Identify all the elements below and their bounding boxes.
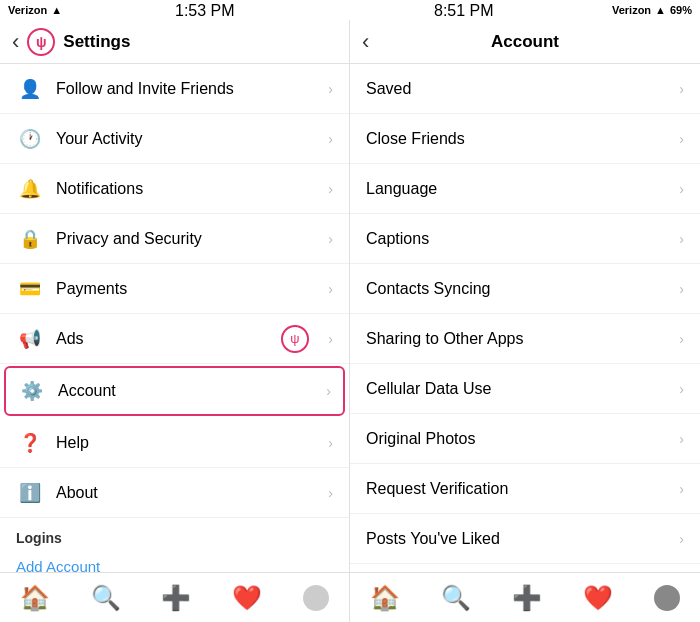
left-header: ‹ ψ Settings <box>0 20 349 64</box>
account-item-branded-content[interactable]: Branded Content Tools 3 › <box>350 564 700 572</box>
saved-label: Saved <box>366 80 679 98</box>
left-panel: ‹ ψ Settings 👤 Follow and Invite Friends… <box>0 20 350 622</box>
privacy-label: Privacy and Security <box>56 230 328 248</box>
notifications-label: Notifications <box>56 180 328 198</box>
account-icon: ⚙️ <box>18 380 46 402</box>
menu-item-activity[interactable]: 🕐 Your Activity › <box>0 114 349 164</box>
about-label: About <box>56 484 328 502</box>
account-item-posts-liked[interactable]: Posts You've Liked › <box>350 514 700 564</box>
follow-icon: 👤 <box>16 78 44 100</box>
help-label: Help <box>56 434 328 452</box>
account-item-cellular[interactable]: Cellular Data Use › <box>350 364 700 414</box>
add-nav-icon[interactable]: ➕ <box>161 584 191 612</box>
notifications-icon: 🔔 <box>16 178 44 200</box>
account-item-original-photos[interactable]: Original Photos › <box>350 414 700 464</box>
chevron-icon: › <box>328 435 333 451</box>
follow-label: Follow and Invite Friends <box>56 80 328 98</box>
chevron-icon: › <box>326 383 331 399</box>
chevron-icon: › <box>679 481 684 497</box>
activity-icon: 🕐 <box>16 128 44 150</box>
search-nav-icon[interactable]: 🔍 <box>91 584 121 612</box>
account-label: Account <box>58 382 326 400</box>
menu-item-about[interactable]: ℹ️ About › <box>0 468 349 518</box>
menu-item-notifications[interactable]: 🔔 Notifications › <box>0 164 349 214</box>
right-heart-icon[interactable]: ❤️ <box>583 584 613 612</box>
back-button[interactable]: ‹ <box>12 29 19 55</box>
chevron-icon: › <box>328 81 333 97</box>
language-label: Language <box>366 180 679 198</box>
cellular-label: Cellular Data Use <box>366 380 679 398</box>
settings-title: Settings <box>63 32 130 52</box>
menu-item-privacy[interactable]: 🔒 Privacy and Security › <box>0 214 349 264</box>
right-time: 8:51 PM <box>434 2 494 20</box>
left-bottom-nav: 🏠 🔍 ➕ ❤️ <box>0 572 349 622</box>
ads-icon: 📢 <box>16 328 44 350</box>
home-nav-icon[interactable]: 🏠 <box>20 584 50 612</box>
right-home-icon[interactable]: 🏠 <box>370 584 400 612</box>
chevron-icon: › <box>679 281 684 297</box>
chevron-icon: › <box>328 231 333 247</box>
help-icon: ❓ <box>16 432 44 454</box>
chevron-icon: › <box>679 331 684 347</box>
chevron-icon: › <box>328 331 333 347</box>
right-search-icon[interactable]: 🔍 <box>441 584 471 612</box>
ads-pointer-icon: ψ <box>290 331 299 346</box>
payments-icon: 💳 <box>16 278 44 300</box>
right-panel: ‹ Account Saved › Close Friends › Langua… <box>350 20 700 622</box>
account-item-language[interactable]: Language › <box>350 164 700 214</box>
posts-liked-label: Posts You've Liked <box>366 530 679 548</box>
right-bottom-nav: 🏠 🔍 ➕ ❤️ <box>350 572 700 622</box>
profile-avatar[interactable] <box>303 585 329 611</box>
account-title: Account <box>491 32 559 52</box>
chevron-icon: › <box>679 131 684 147</box>
verification-label: Request Verification <box>366 480 679 498</box>
right-carrier: Verizon <box>612 4 651 16</box>
chevron-icon: › <box>679 181 684 197</box>
account-item-captions[interactable]: Captions › <box>350 214 700 264</box>
account-item-saved[interactable]: Saved › <box>350 64 700 114</box>
left-time: 1:53 PM <box>175 2 235 20</box>
settings-menu: 👤 Follow and Invite Friends › 🕐 Your Act… <box>0 64 349 572</box>
heart-nav-icon[interactable]: ❤️ <box>232 584 262 612</box>
right-profile-avatar[interactable] <box>654 585 680 611</box>
account-settings-list: Saved › Close Friends › Language › Capti… <box>350 64 700 572</box>
captions-label: Captions <box>366 230 679 248</box>
logins-section-label: Logins <box>0 518 349 550</box>
battery-level: 69% <box>670 4 692 16</box>
account-item-contacts[interactable]: Contacts Syncing › <box>350 264 700 314</box>
close-friends-label: Close Friends <box>366 130 679 148</box>
menu-item-ads[interactable]: 📢 Ads ψ › <box>0 314 349 364</box>
about-icon: ℹ️ <box>16 482 44 504</box>
sharing-label: Sharing to Other Apps <box>366 330 679 348</box>
right-status-bar: Verizon ▲ 69% <box>350 0 700 20</box>
add-account-button[interactable]: Add Account <box>0 550 349 572</box>
chevron-icon: › <box>679 231 684 247</box>
account-item-sharing[interactable]: Sharing to Other Apps › <box>350 314 700 364</box>
payments-label: Payments <box>56 280 328 298</box>
original-photos-label: Original Photos <box>366 430 679 448</box>
activity-label: Your Activity <box>56 130 328 148</box>
left-carrier: Verizon <box>8 4 47 16</box>
chevron-icon: › <box>328 485 333 501</box>
right-add-icon[interactable]: ➕ <box>512 584 542 612</box>
chevron-icon: › <box>679 81 684 97</box>
chevron-icon: › <box>679 431 684 447</box>
contacts-label: Contacts Syncing <box>366 280 679 298</box>
menu-item-account[interactable]: ⚙️ Account › <box>4 366 345 416</box>
account-item-close-friends[interactable]: Close Friends › <box>350 114 700 164</box>
account-item-verification[interactable]: Request Verification › <box>350 464 700 514</box>
chevron-icon: › <box>328 181 333 197</box>
chevron-icon: › <box>679 531 684 547</box>
right-back-button[interactable]: ‹ <box>362 29 369 55</box>
left-wifi-icon: ▲ <box>51 4 62 16</box>
right-header: ‹ Account <box>350 20 700 64</box>
privacy-icon: 🔒 <box>16 228 44 250</box>
menu-item-help[interactable]: ❓ Help › <box>0 418 349 468</box>
chevron-icon: › <box>328 131 333 147</box>
menu-item-follow[interactable]: 👤 Follow and Invite Friends › <box>0 64 349 114</box>
ads-pointer-badge: ψ <box>281 325 309 353</box>
chevron-icon: › <box>328 281 333 297</box>
menu-item-payments[interactable]: 💳 Payments › <box>0 264 349 314</box>
chevron-icon: › <box>679 381 684 397</box>
right-wifi-icon: ▲ <box>655 4 666 16</box>
